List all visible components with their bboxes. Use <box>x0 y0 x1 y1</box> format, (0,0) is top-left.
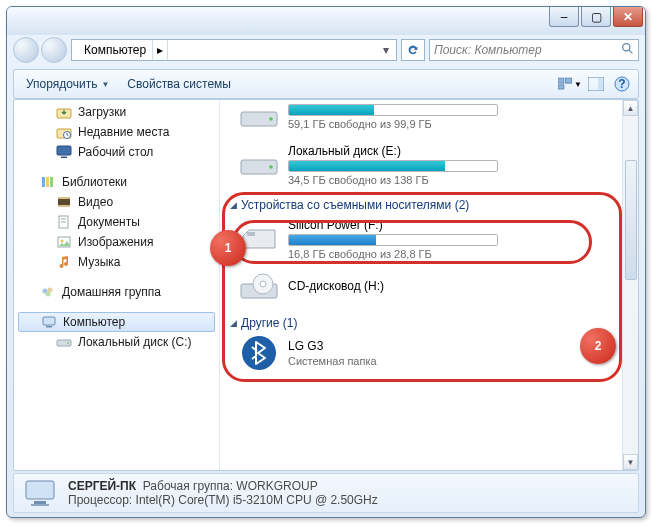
svg-rect-43 <box>26 481 54 499</box>
drive-icon <box>56 334 72 350</box>
search-placeholder: Поиск: Компьютер <box>434 43 542 57</box>
svg-rect-30 <box>43 317 55 325</box>
svg-rect-31 <box>46 326 52 328</box>
drive-free-text: 16,8 ГБ свободно из 28,8 ГБ <box>288 248 634 260</box>
group-other[interactable]: ◢Другие (1) <box>224 310 634 332</box>
scroll-down-button[interactable]: ▼ <box>623 454 638 470</box>
address-bar[interactable]: Компьютер ▸ ▾ <box>71 39 397 61</box>
nav-libraries[interactable]: Библиотеки <box>14 172 219 192</box>
libraries-icon <box>40 174 56 190</box>
titlebar: – ▢ ✕ <box>7 7 645 35</box>
close-button[interactable]: ✕ <box>613 7 643 27</box>
maximize-button[interactable]: ▢ <box>581 7 611 27</box>
annotation-1: 1 <box>210 230 246 266</box>
desktop-icon <box>56 144 72 160</box>
cd-icon <box>238 270 280 304</box>
svg-point-29 <box>46 292 51 297</box>
pictures-icon <box>56 234 72 250</box>
svg-point-37 <box>269 165 273 169</box>
drive-free-text: 59,1 ГБ свободно из 99,9 ГБ <box>288 118 634 130</box>
toolbar: Упорядочить▼ Свойства системы ▼ ? <box>13 69 639 99</box>
help-button[interactable]: ? <box>610 73 634 95</box>
svg-rect-44 <box>34 501 46 504</box>
computer-icon <box>41 314 57 330</box>
hdd-icon <box>238 100 280 134</box>
group-removable[interactable]: ◢Устройства со съемными носителями (2) <box>224 192 634 214</box>
minimize-icon: – <box>561 10 568 24</box>
forward-button[interactable] <box>41 37 67 63</box>
collapse-icon: ◢ <box>230 318 237 328</box>
recent-icon <box>56 124 72 140</box>
chevron-down-icon: ▼ <box>101 80 109 89</box>
svg-rect-18 <box>50 177 53 187</box>
drive-name: Локальный диск (E:) <box>288 144 634 158</box>
scroll-up-button[interactable]: ▲ <box>623 100 638 116</box>
refresh-button[interactable] <box>401 39 425 61</box>
svg-point-26 <box>61 240 64 243</box>
address-arrow[interactable]: ▸ <box>153 40 168 60</box>
hdd-icon <box>238 148 280 182</box>
search-input[interactable]: Поиск: Компьютер <box>429 39 639 61</box>
drive-e[interactable]: Локальный диск (E:) 34,5 ГБ свободно из … <box>224 140 634 192</box>
collapse-icon: ◢ <box>230 200 237 210</box>
svg-point-41 <box>260 281 266 287</box>
status-bar: СЕРГЕЙ-ПК Рабочая группа: WORKGROUP Проц… <box>13 473 639 513</box>
drive-lg[interactable]: LG G3 Системная папка <box>224 332 634 376</box>
svg-rect-14 <box>57 146 71 155</box>
pc-name: СЕРГЕЙ-ПК <box>68 479 136 493</box>
search-icon <box>621 42 634 58</box>
nav-videos[interactable]: Видео <box>14 192 219 212</box>
status-text: СЕРГЕЙ-ПК Рабочая группа: WORKGROUP Проц… <box>68 479 378 507</box>
address-dropdown[interactable]: ▾ <box>378 43 394 57</box>
explorer-window: – ▢ ✕ Компьютер ▸ ▾ Поиск: Компьютер Упо… <box>6 6 646 518</box>
nav-recent[interactable]: Недавние места <box>14 122 219 142</box>
svg-rect-15 <box>61 157 67 159</box>
drive-f[interactable]: Silicon Power (F:) 16,8 ГБ свободно из 2… <box>224 214 634 266</box>
annotation-2: 2 <box>580 328 616 364</box>
computer-large-icon <box>22 475 58 511</box>
refresh-icon <box>406 43 420 57</box>
videos-icon <box>56 194 72 210</box>
nav-row: Компьютер ▸ ▾ Поиск: Компьютер <box>7 35 645 65</box>
svg-rect-8 <box>598 78 603 90</box>
preview-pane-button[interactable] <box>584 73 608 95</box>
svg-text:?: ? <box>618 77 625 91</box>
drive-name: CD-дисковод (H:) <box>288 279 634 293</box>
nav-homegroup[interactable]: Домашняя группа <box>14 282 219 302</box>
svg-rect-5 <box>566 78 572 83</box>
close-icon: ✕ <box>623 10 633 24</box>
content-pane: 59,1 ГБ свободно из 99,9 ГБ Локальный ди… <box>220 100 638 470</box>
nav-desktop[interactable]: Рабочий стол <box>14 142 219 162</box>
nav-downloads[interactable]: Загрузки <box>14 102 219 122</box>
svg-rect-45 <box>31 504 49 506</box>
drive-free-text: 34,5 ГБ свободно из 138 ГБ <box>288 174 634 186</box>
body: Загрузки Недавние места Рабочий стол Биб… <box>13 99 639 471</box>
maximize-icon: ▢ <box>591 10 602 24</box>
homegroup-icon <box>40 284 56 300</box>
change-view-button[interactable]: ▼ <box>558 73 582 95</box>
svg-rect-21 <box>58 205 70 207</box>
svg-point-33 <box>67 342 69 344</box>
minimize-button[interactable]: – <box>549 7 579 27</box>
music-icon <box>56 254 72 270</box>
downloads-icon <box>56 104 72 120</box>
svg-rect-17 <box>46 177 49 187</box>
nav-pictures[interactable]: Изображения <box>14 232 219 252</box>
nav-music[interactable]: Музыка <box>14 252 219 272</box>
scroll-thumb[interactable] <box>625 160 637 280</box>
nav-computer[interactable]: Компьютер <box>18 312 215 332</box>
system-properties-button[interactable]: Свойства системы <box>119 73 239 95</box>
nav-documents[interactable]: Документы <box>14 212 219 232</box>
nav-buttons <box>13 37 67 63</box>
back-button[interactable] <box>13 37 39 63</box>
nav-local-c[interactable]: Локальный диск (C:) <box>14 332 219 352</box>
drive-name: Silicon Power (F:) <box>288 218 634 232</box>
address-text: Компьютер <box>84 43 146 57</box>
organize-button[interactable]: Упорядочить▼ <box>18 73 117 95</box>
svg-rect-20 <box>58 197 70 199</box>
address-segment-computer[interactable]: Компьютер <box>74 40 153 60</box>
svg-point-2 <box>623 44 630 51</box>
drive-top-partial[interactable]: 59,1 ГБ свободно из 99,9 ГБ <box>224 100 634 140</box>
drive-cd[interactable]: CD-дисковод (H:) <box>224 266 634 310</box>
scrollbar[interactable]: ▲ ▼ <box>622 100 638 470</box>
